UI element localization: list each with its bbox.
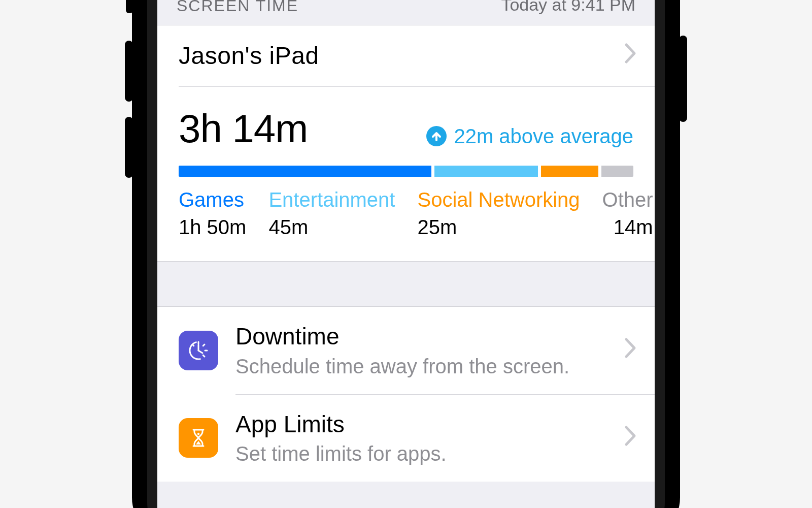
- category-legend: Games 1h 50m Entertainment 45m Social Ne…: [179, 187, 633, 240]
- category-social-networking: Social Networking 25m: [417, 187, 580, 240]
- category-bar-chart: [179, 166, 633, 177]
- category-entertainment: Entertainment 45m: [268, 187, 395, 240]
- usage-delta: 22m above average: [426, 123, 633, 149]
- svg-line-5: [192, 344, 194, 346]
- category-duration: 45m: [268, 214, 395, 240]
- chevron-right-icon: [624, 337, 637, 364]
- chevron-right-icon: [624, 425, 637, 452]
- bar-segment-other: [601, 166, 633, 177]
- mute-switch: [126, 0, 133, 13]
- hourglass-icon: [179, 418, 218, 458]
- bar-segment-ent: [434, 166, 538, 177]
- svg-line-7: [198, 351, 202, 353]
- device-name: Jason's iPad: [179, 41, 319, 71]
- arrow-up-circle-icon: [426, 126, 447, 146]
- total-time: 3h 14m: [179, 104, 308, 154]
- phone-bezel: SCREEN TIME Today at 9:41 PM Jason's iPa…: [147, 0, 665, 508]
- chevron-right-icon: [624, 43, 637, 69]
- volume-up-button: [125, 41, 133, 102]
- usage-summary[interactable]: 3h 14m 22m above average Games 1h 50m: [157, 87, 655, 262]
- phone-frame: SCREEN TIME Today at 9:41 PM Jason's iPa…: [132, 0, 680, 508]
- section-header: SCREEN TIME Today at 9:41 PM: [157, 0, 655, 25]
- category-duration: 14m: [602, 214, 653, 240]
- section-timestamp: Today at 9:41 PM: [501, 0, 635, 16]
- clock-dial-icon: [179, 331, 218, 370]
- screen: SCREEN TIME Today at 9:41 PM Jason's iPa…: [157, 0, 655, 508]
- category-label: Other: [602, 187, 653, 212]
- device-row[interactable]: Jason's iPad: [157, 25, 655, 86]
- menu-subtitle: Schedule time away from the screen.: [235, 354, 569, 379]
- category-games: Games 1h 50m: [179, 187, 246, 240]
- svg-line-4: [203, 355, 205, 357]
- usage-card: Jason's iPad 3h 14m 22m above average: [157, 25, 655, 262]
- power-button: [679, 36, 687, 122]
- bar-segment-social: [541, 166, 598, 177]
- volume-down-button: [125, 117, 133, 178]
- section-gap: [157, 261, 655, 307]
- section-title: SCREEN TIME: [177, 0, 298, 16]
- category-duration: 25m: [417, 214, 580, 240]
- controls-card: Downtime Schedule time away from the scr…: [157, 307, 655, 482]
- category-other: Other 14m: [602, 187, 653, 240]
- svg-point-8: [197, 433, 199, 435]
- category-label: Social Networking: [417, 187, 580, 212]
- menu-title: App Limits: [235, 410, 447, 439]
- usage-delta-text: 22m above average: [454, 123, 633, 149]
- category-label: Entertainment: [268, 187, 395, 212]
- menu-title: Downtime: [235, 322, 569, 352]
- menu-subtitle: Set time limits for apps.: [235, 441, 447, 466]
- svg-line-3: [203, 344, 205, 346]
- category-label: Games: [179, 187, 246, 212]
- menu-app-limits[interactable]: App Limits Set time limits for apps.: [157, 395, 655, 482]
- menu-downtime[interactable]: Downtime Schedule time away from the scr…: [157, 307, 655, 394]
- category-duration: 1h 50m: [179, 214, 246, 240]
- bar-segment-games: [179, 166, 431, 177]
